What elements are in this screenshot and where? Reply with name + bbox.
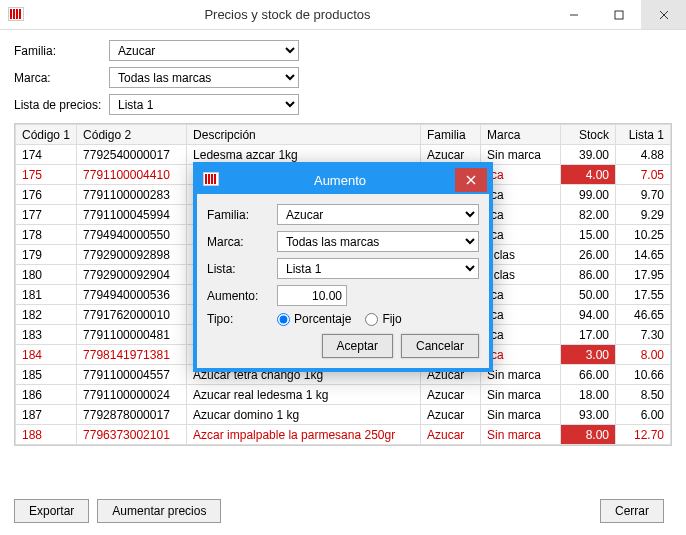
dialog-icon (203, 172, 219, 188)
cell-stock: 66.00 (561, 365, 616, 385)
cell-lista: 6.00 (616, 405, 671, 425)
cell-lista: 10.66 (616, 365, 671, 385)
table-row[interactable]: 1887796373002101Azcar impalpable la parm… (16, 425, 671, 445)
dialog-marca-select[interactable]: Todas las marcas (277, 231, 479, 252)
cell-codigo2: 7792878000017 (77, 405, 187, 425)
titlebar: Precios y stock de productos (0, 0, 686, 30)
cell-codigo2: 7791762000010 (77, 305, 187, 325)
cell-codigo2: 7791100004557 (77, 365, 187, 385)
dialog-close-button[interactable] (455, 168, 487, 192)
cell-codigo1: 182 (16, 305, 77, 325)
table-row[interactable]: 1877792878000017Azucar domino 1 kgAzucar… (16, 405, 671, 425)
cell-codigo2: 7794940000550 (77, 225, 187, 245)
cell-codigo1: 188 (16, 425, 77, 445)
cell-codigo1: 177 (16, 205, 77, 225)
cell-stock: 15.00 (561, 225, 616, 245)
cell-lista: 9.70 (616, 185, 671, 205)
col-codigo2[interactable]: Código 2 (77, 125, 187, 145)
marca-select[interactable]: Todas las marcas (109, 67, 299, 88)
cell-codigo2: 7792900092904 (77, 265, 187, 285)
cell-familia: Azucar (421, 385, 481, 405)
cell-codigo1: 187 (16, 405, 77, 425)
cell-stock: 82.00 (561, 205, 616, 225)
col-familia[interactable]: Familia (421, 125, 481, 145)
maximize-button[interactable] (596, 0, 641, 29)
radio-porcentaje-input[interactable] (277, 313, 290, 326)
dialog-aumento-input[interactable] (277, 285, 347, 306)
cell-marca: Sin marca (481, 425, 561, 445)
dialog-aumento-label: Aumento: (207, 289, 277, 303)
cell-stock: 39.00 (561, 145, 616, 165)
cell-lista: 4.88 (616, 145, 671, 165)
cell-codigo2: 7791100004410 (77, 165, 187, 185)
cell-codigo2: 7796373002101 (77, 425, 187, 445)
dialog-lista-select[interactable]: Lista 1 (277, 258, 479, 279)
window-title: Precios y stock de productos (24, 7, 551, 22)
aumento-dialog: Aumento Familia: Azucar Marca: Todas las… (193, 162, 493, 372)
cell-codigo2: 7791100000024 (77, 385, 187, 405)
cell-familia: Azucar (421, 405, 481, 425)
footer-buttons: Exportar Aumentar precios Cerrar (14, 499, 672, 523)
dialog-tipo-label: Tipo: (207, 312, 277, 326)
cell-codigo1: 181 (16, 285, 77, 305)
cell-codigo1: 183 (16, 325, 77, 345)
table-row[interactable]: 1867791100000024Azucar real ledesma 1 kg… (16, 385, 671, 405)
lista-select[interactable]: Lista 1 (109, 94, 299, 115)
radio-fijo[interactable]: Fijo (365, 312, 401, 326)
radio-porcentaje-label: Porcentaje (294, 312, 351, 326)
cell-lista: 46.65 (616, 305, 671, 325)
cell-lista: 7.05 (616, 165, 671, 185)
lista-label: Lista de precios: (14, 98, 109, 112)
dialog-lista-label: Lista: (207, 262, 277, 276)
cell-codigo1: 178 (16, 225, 77, 245)
cell-lista: 17.95 (616, 265, 671, 285)
cell-stock: 93.00 (561, 405, 616, 425)
cell-lista: 8.00 (616, 345, 671, 365)
cell-stock: 4.00 (561, 165, 616, 185)
col-codigo1[interactable]: Código 1 (16, 125, 77, 145)
col-stock[interactable]: Stock (561, 125, 616, 145)
aumentar-button[interactable]: Aumentar precios (97, 499, 221, 523)
cell-descripcion: Azucar domino 1 kg (187, 405, 421, 425)
col-descripcion[interactable]: Descripción (187, 125, 421, 145)
cell-marca: Sin marca (481, 385, 561, 405)
radio-porcentaje[interactable]: Porcentaje (277, 312, 351, 326)
filter-marca: Marca: Todas las marcas (14, 67, 672, 88)
cell-stock: 99.00 (561, 185, 616, 205)
familia-select[interactable]: Azucar (109, 40, 299, 61)
dialog-familia-select[interactable]: Azucar (277, 204, 479, 225)
dialog-lista-row: Lista: Lista 1 (207, 258, 479, 279)
dialog-aumento-row: Aumento: (207, 285, 479, 306)
dialog-familia-row: Familia: Azucar (207, 204, 479, 225)
cell-lista: 8.50 (616, 385, 671, 405)
cell-codigo2: 7794940000536 (77, 285, 187, 305)
cerrar-button[interactable]: Cerrar (600, 499, 664, 523)
cancelar-button[interactable]: Cancelar (401, 334, 479, 358)
minimize-button[interactable] (551, 0, 596, 29)
cell-lista: 12.70 (616, 425, 671, 445)
col-lista[interactable]: Lista 1 (616, 125, 671, 145)
familia-label: Familia: (14, 44, 109, 58)
cell-lista: 14.65 (616, 245, 671, 265)
cell-stock: 3.00 (561, 345, 616, 365)
cell-codigo2: 7798141971381 (77, 345, 187, 365)
cell-codigo1: 184 (16, 345, 77, 365)
cell-codigo1: 174 (16, 145, 77, 165)
cell-stock: 18.00 (561, 385, 616, 405)
radio-fijo-label: Fijo (382, 312, 401, 326)
col-marca[interactable]: Marca (481, 125, 561, 145)
dialog-buttons: Aceptar Cancelar (207, 334, 479, 358)
aceptar-button[interactable]: Aceptar (322, 334, 393, 358)
radio-fijo-input[interactable] (365, 313, 378, 326)
close-button[interactable] (641, 0, 686, 29)
cell-stock: 8.00 (561, 425, 616, 445)
svg-rect-1 (615, 11, 623, 19)
cell-stock: 17.00 (561, 325, 616, 345)
cell-codigo2: 7791100045994 (77, 205, 187, 225)
marca-label: Marca: (14, 71, 109, 85)
exportar-button[interactable]: Exportar (14, 499, 89, 523)
cell-codigo2: 7792900092898 (77, 245, 187, 265)
cell-lista: 10.25 (616, 225, 671, 245)
cell-stock: 86.00 (561, 265, 616, 285)
cell-codigo1: 185 (16, 365, 77, 385)
